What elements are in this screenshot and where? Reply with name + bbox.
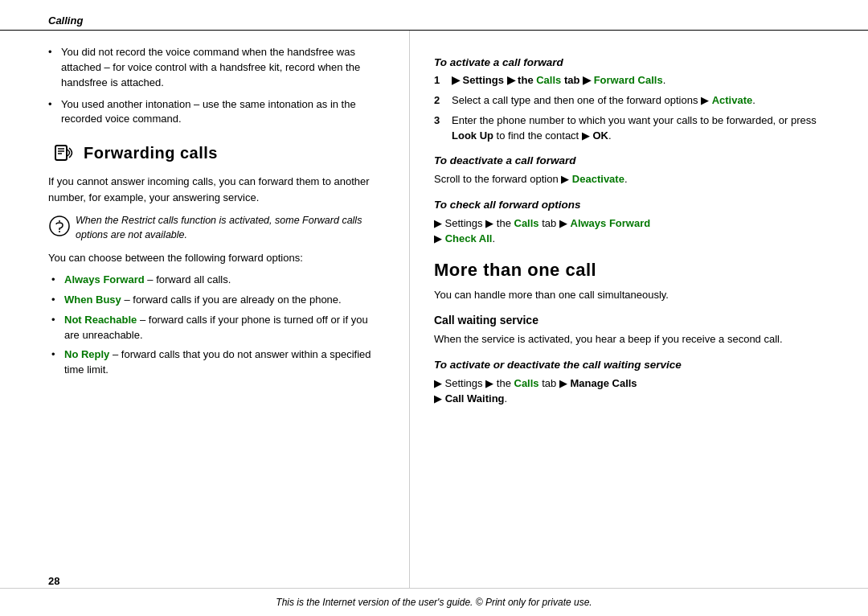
svg-point-4 bbox=[50, 216, 69, 236]
bullet-item: You did not record the voice command whe… bbox=[48, 45, 385, 91]
header-label: Calling bbox=[48, 14, 83, 27]
tip-icon bbox=[48, 215, 71, 237]
page-number: 28 bbox=[48, 575, 59, 587]
step-2: 2 Select a call type and then one of the… bbox=[434, 93, 820, 109]
page: Calling You did not record the voice com… bbox=[0, 0, 868, 616]
list-item: When Busy – forward calls if you are alr… bbox=[48, 293, 385, 308]
tip-block: When the Restrict calls function is acti… bbox=[48, 213, 385, 242]
page-header: Calling bbox=[0, 0, 868, 31]
more-than-one-body: You can handle more than one call simult… bbox=[434, 287, 820, 303]
svg-point-6 bbox=[59, 231, 60, 232]
forwarding-calls-title: Forwarding calls bbox=[84, 144, 218, 162]
check-body: ▶ Settings ▶ the Calls tab ▶ Always Forw… bbox=[434, 216, 820, 247]
activate-keyword: Activate bbox=[712, 94, 753, 106]
activate-deactivate-title: To activate or deactivate the call waiti… bbox=[434, 359, 820, 371]
no-reply-desc: – forward calls that you do not answer w… bbox=[64, 348, 371, 376]
list-item: No Reply – forward calls that you do not… bbox=[48, 347, 385, 378]
step-num-1: 1 bbox=[434, 73, 448, 88]
arrow-1: ▶ Settings ▶ the bbox=[452, 74, 536, 86]
activate-steps: 1 ▶ Settings ▶ the Calls tab ▶ Forward C… bbox=[434, 73, 820, 143]
ok-keyword: OK bbox=[592, 129, 608, 142]
calls-tab-adcw: Calls bbox=[514, 377, 539, 389]
deactivate-title: To deactivate a call forward bbox=[434, 154, 820, 166]
forward-options-intro: You can choose between the following for… bbox=[48, 250, 385, 266]
main-content: You did not record the voice command whe… bbox=[0, 31, 868, 588]
deactivate-body: Scroll to the forward option ▶ Deactivat… bbox=[434, 171, 820, 187]
step-1-end: . bbox=[663, 74, 666, 86]
bullet-item: You used another intonation – use the sa… bbox=[48, 97, 385, 128]
always-forward-label: Always Forward bbox=[64, 273, 145, 285]
left-column: You did not record the voice command whe… bbox=[0, 31, 410, 588]
adcw-body: ▶ Settings ▶ the Calls tab ▶ Manage Call… bbox=[434, 376, 820, 407]
phone-forward-icon bbox=[48, 138, 77, 167]
manage-calls-keyword: Manage Calls bbox=[571, 377, 637, 389]
no-reply-label: No Reply bbox=[64, 348, 109, 360]
step-3: 3 Enter the phone number to which you wa… bbox=[434, 113, 820, 144]
when-busy-label: When Busy bbox=[64, 294, 121, 306]
calls-tab-check: Calls bbox=[514, 217, 539, 229]
activate-title: To activate a call forward bbox=[434, 56, 820, 68]
call-waiting-body: When the service is activated, you hear … bbox=[434, 331, 820, 347]
forwarding-calls-header: Forwarding calls bbox=[48, 138, 385, 167]
step-3-content: Enter the phone number to which you want… bbox=[452, 113, 820, 144]
svg-rect-0 bbox=[55, 146, 67, 160]
always-forward-desc: – forward all calls. bbox=[147, 273, 231, 285]
step-num-2: 2 bbox=[434, 93, 448, 109]
not-reachable-label: Not Reachable bbox=[64, 314, 137, 326]
intro-bullets: You did not record the voice command whe… bbox=[48, 45, 385, 127]
tab-arrow-1: tab ▶ bbox=[561, 74, 593, 86]
step-num-3: 3 bbox=[434, 113, 448, 144]
more-than-one-title: More than one call bbox=[434, 260, 820, 281]
page-footer: This is the Internet version of the user… bbox=[0, 588, 868, 616]
forwarding-calls-body: If you cannot answer incoming calls, you… bbox=[48, 174, 385, 205]
step-1: 1 ▶ Settings ▶ the Calls tab ▶ Forward C… bbox=[434, 73, 820, 88]
calls-tab-1: Calls bbox=[536, 74, 561, 86]
deactivate-keyword: Deactivate bbox=[572, 173, 624, 185]
call-waiting-keyword: Call Waiting bbox=[445, 392, 505, 405]
right-column: To activate a call forward 1 ▶ Settings … bbox=[410, 31, 868, 588]
list-item: Always Forward – forward all calls. bbox=[48, 273, 385, 288]
always-forward-check: Always Forward bbox=[571, 217, 651, 229]
call-waiting-title: Call waiting service bbox=[434, 314, 820, 326]
footer-text: This is the Internet version of the user… bbox=[276, 597, 592, 608]
lookup-keyword: Look Up bbox=[452, 129, 493, 142]
tip-text: When the Restrict calls function is acti… bbox=[76, 213, 385, 242]
step-1-content: ▶ Settings ▶ the Calls tab ▶ Forward Cal… bbox=[452, 73, 820, 88]
forward-options-list: Always Forward – forward all calls. When… bbox=[48, 273, 385, 378]
when-busy-desc: – forward calls if you are already on th… bbox=[124, 294, 341, 306]
list-item: Not Reachable – forward calls if your ph… bbox=[48, 313, 385, 343]
forward-calls-label: Forward Calls bbox=[594, 74, 663, 86]
check-all-keyword: Check All bbox=[445, 232, 493, 244]
step-2-content: Select a call type and then one of the f… bbox=[452, 93, 820, 109]
check-title: To check all forward options bbox=[434, 199, 820, 211]
